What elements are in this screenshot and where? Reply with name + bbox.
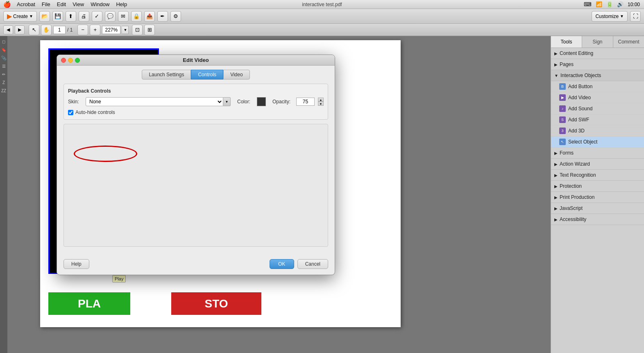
select-object-icon: ↖ [559,139,566,145]
tab-tools[interactable]: Tools [551,36,582,48]
sign-button[interactable]: ✒ [157,11,168,22]
print-button[interactable]: 🖨 [79,11,89,22]
close-button[interactable] [61,58,66,63]
page-number-input[interactable] [53,26,66,34]
item-add-button[interactable]: B Add Button [551,81,644,92]
menu-view[interactable]: View [73,1,84,7]
menu-edit[interactable]: Edit [57,1,66,7]
apple-menu[interactable]: 🍎 [3,1,11,8]
help-button[interactable]: Help [63,259,89,269]
sidebar-icon-4[interactable]: ☰ [1,64,7,70]
skin-select-wrapper: None ▼ [86,97,231,106]
arrow-forms: ▶ [554,151,558,155]
zoom-dropdown[interactable]: ▼ [122,26,129,34]
item-add-sound[interactable]: ♪ Add Sound [551,103,644,114]
window-title: interactive test.pdf [302,2,342,7]
right-panel-tabs: Tools Sign Comment [551,36,644,48]
section-action-wizard[interactable]: ▶ Action Wizard [551,159,644,170]
tab-comment[interactable]: Comment [613,36,644,48]
sidebar-icon-7[interactable]: ZZ [1,89,7,94]
tab-controls[interactable]: Controls [191,70,223,80]
security-button[interactable]: 🔒 [131,11,142,22]
pointer-tool[interactable]: ↖ [29,25,39,35]
section-interactive-objects[interactable]: ▼ Interactive Objects [551,70,644,81]
opacity-down[interactable]: ▼ [318,102,324,106]
minimize-button[interactable] [68,58,73,63]
fit-page-button[interactable]: ⊡ [132,25,143,35]
toolbar: ▶ Create ▼ 📂 💾 ⬆ 🖨 ✓ 💬 ✉ 🔒 📤 ✒ ⚙ Customi… [0,9,644,24]
auto-hide-row: Auto-hide controls [68,109,324,115]
review-button[interactable]: ✉ [118,11,129,22]
hand-tool[interactable]: ✋ [41,25,52,35]
comment-button[interactable]: 💬 [105,11,116,22]
item-select-object[interactable]: ↖ Select Object [551,137,644,148]
opacity-up[interactable]: ▲ [318,98,324,102]
sidebar-icon-6[interactable]: Z [1,80,7,86]
export-button[interactable]: 📤 [144,11,155,22]
create-button[interactable]: ▶ Create ▼ [3,11,37,22]
upload-button[interactable]: ⬆ [66,11,76,22]
section-javascript[interactable]: ▶ JavaScript [551,203,644,214]
fullscreen-button[interactable]: ⛶ [630,11,641,22]
item-add-sound-label: Add Sound [568,106,592,112]
opacity-stepper: ▲ ▼ [318,98,324,106]
opacity-input[interactable] [296,98,315,106]
section-accessibility[interactable]: ▶ Accessibility [551,214,644,225]
sidebar-icon-2[interactable]: 🔖 [1,48,7,53]
section-pages[interactable]: ▶ Pages [551,59,644,70]
color-swatch[interactable] [257,97,266,106]
section-content-editing[interactable]: ▶ Content Editing [551,48,644,59]
skin-select-arrow[interactable]: ▼ [223,97,231,106]
menu-window[interactable]: Window [91,1,109,7]
menu-file[interactable]: File [42,1,50,7]
right-panel: Tools Sign Comment ▶ Content Editing ▶ P… [551,36,644,353]
redact-button[interactable]: ⚙ [170,11,181,22]
section-forms[interactable]: ▶ Forms [551,148,644,159]
label-content-editing: Content Editing [560,50,593,56]
tab-sign[interactable]: Sign [582,36,613,48]
sidebar-icon-3[interactable]: 📎 [1,56,7,61]
cancel-button[interactable]: Cancel [297,259,328,269]
fit-width-button[interactable]: ⊞ [144,25,155,35]
section-protection[interactable]: ▶ Protection [551,181,644,192]
arrow-pages: ▶ [554,62,558,67]
item-add-3d-label: Add 3D [568,128,585,134]
item-add-video[interactable]: ▶ Add Video [551,92,644,103]
save-button[interactable]: 💾 [52,11,63,22]
label-accessibility: Accessibility [560,216,586,222]
arrow-protection: ▶ [554,184,558,189]
section-print-production[interactable]: ▶ Print Production [551,192,644,203]
add-video-icon: ▶ [559,94,566,101]
sidebar-icon-1[interactable]: ◻ [1,39,7,45]
forward-button[interactable]: ▶ [15,25,25,34]
open-button[interactable]: 📂 [39,11,50,22]
sidebar-icon-5[interactable]: ✏ [1,72,7,78]
item-add-3d[interactable]: 3 Add 3D [551,125,644,137]
label-forms: Forms [560,150,574,156]
tab-launch-settings[interactable]: Launch Settings [142,70,191,80]
ok-button[interactable]: OK [270,259,294,269]
tab-video[interactable]: Video [223,70,249,80]
menu-acrobat[interactable]: Acrobat [17,1,35,7]
arrow-accessibility: ▶ [554,217,558,222]
label-interactive-objects: Interactive Objects [560,73,601,78]
label-javascript: JavaScript [560,205,583,211]
item-add-swf[interactable]: S Add SWF [551,114,644,125]
back-button[interactable]: ◀ [3,25,13,34]
zoom-out-button[interactable]: − [77,25,88,35]
page-total: / 1 [67,27,73,33]
arrow-interactive-objects: ▼ [554,73,558,78]
arrow-text-recognition: ▶ [554,173,558,178]
section-text-recognition[interactable]: ▶ Text Recognition [551,170,644,181]
menu-help[interactable]: Help [116,1,127,7]
maximize-button[interactable] [75,58,80,63]
preflight-button[interactable]: ✓ [92,11,102,22]
nav-bar: ◀ ▶ ↖ ✋ / 1 − + ▼ ⊡ ⊞ [0,24,644,36]
arrow-content-editing: ▶ [554,51,558,56]
zoom-in-button[interactable]: + [90,25,100,35]
zoom-input[interactable] [102,26,120,34]
skin-select[interactable]: None [86,97,223,106]
main-layout: ◻ 🔖 📎 ☰ ✏ Z ZZ to Elite P 1-8 PLA STO Pl… [0,36,644,353]
auto-hide-checkbox[interactable] [68,110,73,115]
customize-button[interactable]: Customize ▼ [592,11,628,22]
